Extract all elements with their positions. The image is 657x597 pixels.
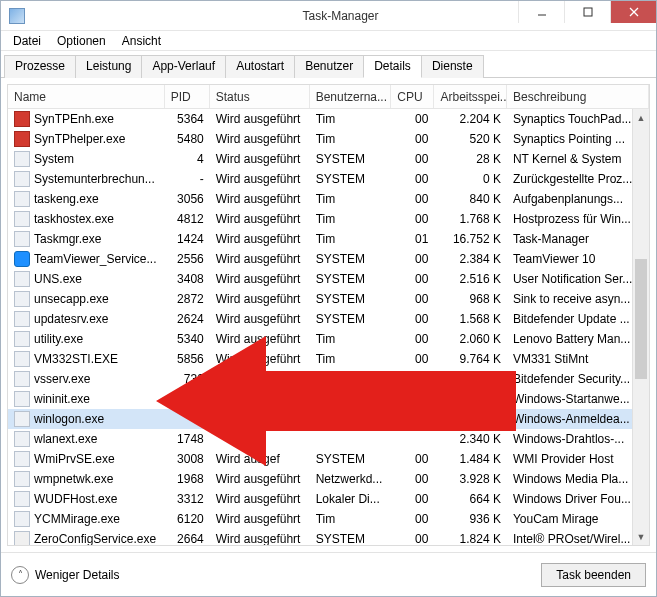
maximize-button[interactable]: [564, 1, 610, 23]
table-row[interactable]: wlanext.exe17482.340 KWindows-Drahtlos-.…: [8, 429, 649, 449]
cell-pid: 4812: [165, 209, 210, 229]
table-row[interactable]: wmpnetwk.exe1968Wird ausgeführtNetzwerkd…: [8, 469, 649, 489]
cell-user: Netzwerkd...: [310, 469, 392, 489]
cell-status: Wird ausgeführt: [210, 149, 310, 169]
cell-pid: 2872: [165, 289, 210, 309]
cell-beschr: Windows Media Pla...: [507, 469, 649, 489]
table-row[interactable]: wininit.exe788520 KWindows-Startanwe...: [8, 389, 649, 409]
cell-pid: 4: [165, 149, 210, 169]
cell-beschr: User Notification Ser...: [507, 269, 649, 289]
col-mem[interactable]: Arbeitsspei...: [434, 85, 506, 108]
cell-mem: 28 K: [434, 149, 506, 169]
cell-beschr: YouCam Mirage: [507, 509, 649, 529]
cell-status: Wird ausgeführt: [210, 249, 310, 269]
titlebar[interactable]: Task-Manager: [1, 1, 656, 31]
col-pid[interactable]: PID: [165, 85, 210, 108]
cell-pid: 1424: [165, 229, 210, 249]
fewer-details-button[interactable]: ˄ Weniger Details: [11, 566, 119, 584]
cell-beschr: Zurückgestellte Proz...: [507, 169, 649, 189]
menu-datei[interactable]: Datei: [5, 32, 49, 50]
table-row[interactable]: System4Wird ausgeführtSYSTEM0028 KNT Ker…: [8, 149, 649, 169]
end-task-button[interactable]: Task beenden: [541, 563, 646, 587]
col-user[interactable]: Benutzerna...: [310, 85, 392, 108]
tab-details[interactable]: Details: [363, 55, 422, 78]
table-row[interactable]: WUDFHost.exe3312Wird ausgeführtLokaler D…: [8, 489, 649, 509]
cell-name: wininit.exe: [8, 389, 165, 409]
cell-cpu: 00: [391, 329, 434, 349]
cell-status: Wird ausgeführt: [210, 209, 310, 229]
tab-dienste[interactable]: Dienste: [421, 55, 484, 78]
cell-beschr: Windows-Anmeldea...: [507, 409, 649, 429]
cell-pid: 3056: [165, 189, 210, 209]
svg-rect-1: [584, 8, 592, 16]
menu-optionen[interactable]: Optionen: [49, 32, 114, 50]
scrollbar[interactable]: ▲ ▼: [632, 109, 649, 545]
cell-mem: 716 K: [434, 409, 506, 429]
cell-status: Wird ausgeführt: [210, 129, 310, 149]
cell-mem: 186.116 K: [434, 369, 506, 389]
cell-name: unsecapp.exe: [8, 289, 165, 309]
tab-benutzer[interactable]: Benutzer: [294, 55, 364, 78]
tab-autostart[interactable]: Autostart: [225, 55, 295, 78]
cell-name: WUDFHost.exe: [8, 489, 165, 509]
cell-cpu: 00: [391, 169, 434, 189]
table-row[interactable]: SynTPEnh.exe5364Wird ausgeführtTim002.20…: [8, 109, 649, 129]
table-body: SynTPEnh.exe5364Wird ausgeführtTim002.20…: [8, 109, 649, 546]
process-icon: [14, 351, 30, 367]
col-beschr[interactable]: Beschreibung: [507, 85, 649, 108]
cell-mem: 1.484 K: [434, 449, 506, 469]
table-row[interactable]: SynTPhelper.exe5480Wird ausgeführtTim005…: [8, 129, 649, 149]
table-row[interactable]: ZeroConfigService.exe2664Wird ausgeführt…: [8, 529, 649, 546]
cell-name: winlogon.exe: [8, 409, 165, 429]
col-status[interactable]: Status: [210, 85, 310, 108]
cell-beschr: Bitdefender Security...: [507, 369, 649, 389]
table-row[interactable]: TeamViewer_Service...2556Wird ausgeführt…: [8, 249, 649, 269]
cell-mem: 2.516 K: [434, 269, 506, 289]
table-row[interactable]: WmiPrvSE.exe3008Wird ausgefSYSTEM001.484…: [8, 449, 649, 469]
scroll-up-icon[interactable]: ▲: [633, 109, 649, 126]
process-icon: [14, 151, 30, 167]
table-row[interactable]: taskhostex.exe4812Wird ausgeführtTim001.…: [8, 209, 649, 229]
col-name[interactable]: Name: [8, 85, 165, 108]
cell-name: wlanext.exe: [8, 429, 165, 449]
tab-leistung[interactable]: Leistung: [75, 55, 142, 78]
cell-beschr: Lenovo Battery Man...: [507, 329, 649, 349]
table-row[interactable]: updatesrv.exe2624Wird ausgeführtSYSTEM00…: [8, 309, 649, 329]
process-icon: [14, 331, 30, 347]
cell-status: Wird ausgeführt: [210, 109, 310, 129]
menubar: Datei Optionen Ansicht: [1, 31, 656, 51]
cell-mem: 3.928 K: [434, 469, 506, 489]
menu-ansicht[interactable]: Ansicht: [114, 32, 169, 50]
tab-prozesse[interactable]: Prozesse: [4, 55, 76, 78]
table-row[interactable]: winlogon.exe716 KWindows-Anmeldea...: [8, 409, 649, 429]
table-row[interactable]: Taskmgr.exe1424Wird ausgeführtTim0116.75…: [8, 229, 649, 249]
cell-status: Wird ausgeführt: [210, 469, 310, 489]
cell-user: [310, 409, 392, 429]
cell-mem: 520 K: [434, 129, 506, 149]
cell-cpu: [391, 429, 434, 449]
fewer-details-label: Weniger Details: [35, 568, 119, 582]
tab-appverlauf[interactable]: App-Verlauf: [141, 55, 226, 78]
col-cpu[interactable]: CPU: [391, 85, 434, 108]
cell-beschr: Windows-Startanwe...: [507, 389, 649, 409]
table-row[interactable]: taskeng.exe3056Wird ausgeführtTim00840 K…: [8, 189, 649, 209]
table-row[interactable]: vsserv.exe736Wird ausgeführtSYSTEM00186.…: [8, 369, 649, 389]
scroll-down-icon[interactable]: ▼: [633, 528, 649, 545]
process-icon: [14, 191, 30, 207]
scroll-thumb[interactable]: [635, 259, 647, 379]
cell-pid: 2556: [165, 249, 210, 269]
minimize-button[interactable]: [518, 1, 564, 23]
table-row[interactable]: utility.exe5340Wird ausgeführtTim002.060…: [8, 329, 649, 349]
cell-beschr: Intel® PROset/Wirel...: [507, 529, 649, 546]
table-row[interactable]: Systemunterbrechun...-Wird ausgeführtSYS…: [8, 169, 649, 189]
table-row[interactable]: YCMMirage.exe6120Wird ausgeführtTim00936…: [8, 509, 649, 529]
cell-user: Lokaler Di...: [310, 489, 392, 509]
table-row[interactable]: UNS.exe3408Wird ausgeführtSYSTEM002.516 …: [8, 269, 649, 289]
task-manager-window: Task-Manager Datei Optionen Ansicht Proz…: [0, 0, 657, 597]
table-row[interactable]: unsecapp.exe2872Wird ausgeführtSYSTEM009…: [8, 289, 649, 309]
cell-mem: 520 K: [434, 389, 506, 409]
close-button[interactable]: [610, 1, 656, 23]
process-icon: [14, 291, 30, 307]
table-row[interactable]: VM332STI.EXE5856Wird ausgeführtTim009.76…: [8, 349, 649, 369]
table-header: Name PID Status Benutzerna... CPU Arbeit…: [8, 85, 649, 109]
